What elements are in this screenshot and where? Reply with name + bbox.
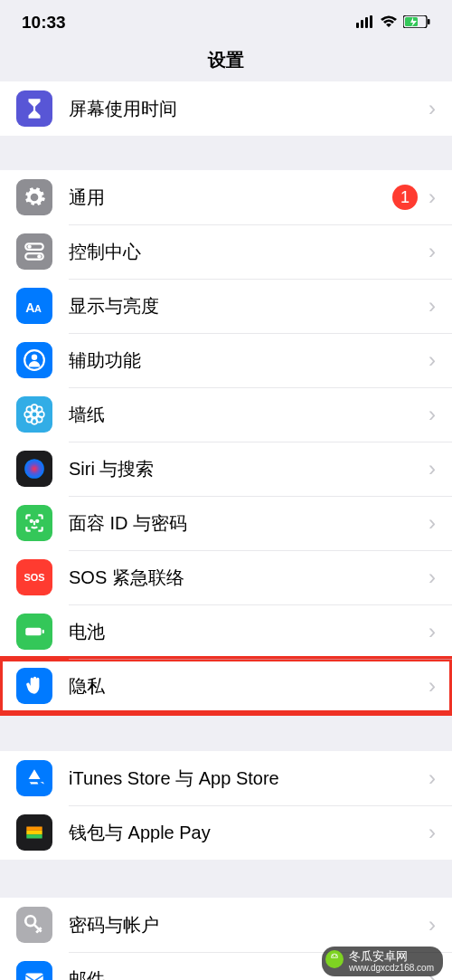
sos-icon: SOS	[16, 559, 52, 595]
row-control-center[interactable]: 控制中心›	[0, 224, 452, 279]
notification-badge: 1	[392, 185, 418, 210]
row-label: 密码与帐户	[69, 913, 428, 937]
battery-icon	[403, 13, 430, 33]
svg-rect-2	[365, 17, 368, 28]
row-wallet[interactable]: 钱包与 Apple Pay›	[0, 805, 452, 860]
row-label: 面容 ID 与密码	[69, 511, 428, 536]
svg-text:SOS: SOS	[24, 572, 45, 583]
row-label: 钱包与 Apple Pay	[69, 821, 428, 845]
svg-point-15	[32, 412, 38, 418]
watermark: 冬瓜安卓网 www.dgxcdz168.com	[322, 947, 443, 976]
svg-rect-0	[356, 23, 359, 28]
chevron-right-icon: ›	[428, 458, 436, 480]
aa-icon: AA	[16, 288, 52, 324]
signal-icon	[356, 13, 374, 33]
svg-rect-6	[428, 19, 430, 24]
chevron-right-icon: ›	[428, 767, 436, 789]
row-sos[interactable]: SOSSOS 紧急联络›	[0, 550, 452, 604]
battery-icon	[16, 614, 52, 650]
row-display[interactable]: AA显示与亮度›	[0, 279, 452, 333]
siri-icon	[16, 451, 52, 487]
chevron-right-icon: ›	[428, 566, 436, 588]
watermark-url: www.dgxcdz168.com	[349, 963, 434, 973]
svg-rect-33	[26, 834, 42, 838]
appstore-icon	[16, 760, 52, 796]
row-accessibility[interactable]: 辅助功能›	[0, 333, 452, 387]
chevron-right-icon: ›	[428, 349, 436, 371]
row-label: 通用	[69, 186, 392, 210]
row-privacy[interactable]: 隐私›	[0, 659, 452, 713]
svg-rect-32	[26, 831, 42, 834]
switches-icon	[16, 233, 52, 270]
svg-rect-3	[370, 15, 372, 28]
hand-icon	[16, 668, 52, 704]
row-faceid[interactable]: 面容 ID 与密码›	[0, 496, 452, 550]
svg-rect-28	[25, 628, 41, 636]
row-label: 隐私	[69, 674, 428, 699]
wifi-icon	[380, 13, 398, 33]
status-time: 10:33	[22, 13, 66, 33]
row-passwords[interactable]: 密码与帐户›	[0, 898, 452, 952]
svg-point-10	[37, 254, 41, 258]
row-label: 显示与亮度	[69, 294, 428, 319]
chevron-right-icon: ›	[428, 822, 436, 843]
page-title: 设置	[0, 45, 452, 81]
chevron-right-icon: ›	[428, 241, 436, 262]
chevron-right-icon: ›	[428, 621, 436, 642]
row-label: 电池	[69, 620, 428, 644]
chevron-right-icon: ›	[428, 98, 436, 119]
faceid-icon	[16, 505, 52, 541]
row-general[interactable]: 通用1›	[0, 170, 452, 224]
svg-point-37	[333, 956, 334, 956]
row-label: 墙纸	[69, 403, 428, 427]
android-icon	[325, 950, 344, 968]
person-icon	[16, 342, 52, 378]
row-battery[interactable]: 电池›	[0, 604, 452, 659]
gear-icon	[16, 179, 52, 215]
svg-rect-1	[361, 20, 363, 28]
row-label: Siri 与搜索	[69, 457, 428, 481]
mail-icon	[16, 961, 52, 980]
svg-text:A: A	[25, 300, 34, 315]
chevron-right-icon: ›	[428, 186, 436, 208]
svg-point-24	[24, 459, 44, 479]
row-itunes[interactable]: iTunes Store 与 App Store›	[0, 751, 452, 805]
svg-text:A: A	[34, 303, 42, 314]
key-icon	[16, 907, 52, 943]
chevron-right-icon: ›	[428, 295, 436, 317]
watermark-name: 冬瓜安卓网	[349, 950, 434, 963]
chevron-right-icon: ›	[428, 914, 436, 936]
row-label: 辅助功能	[69, 348, 428, 373]
chevron-right-icon: ›	[428, 404, 436, 425]
chevron-right-icon: ›	[428, 512, 436, 534]
svg-point-38	[335, 956, 336, 956]
row-label: 控制中心	[69, 240, 428, 264]
row-label: iTunes Store 与 App Store	[69, 766, 428, 791]
svg-point-25	[31, 520, 33, 522]
svg-point-8	[27, 244, 31, 248]
row-label: 屏幕使用时间	[69, 97, 428, 121]
status-icons	[356, 13, 430, 33]
hourglass-icon	[16, 90, 52, 127]
svg-point-14	[32, 355, 38, 361]
row-siri[interactable]: Siri 与搜索›	[0, 442, 452, 496]
svg-rect-29	[42, 630, 44, 633]
flower-icon	[16, 396, 52, 433]
row-screen-time[interactable]: 屏幕使用时间›	[0, 81, 452, 136]
svg-point-26	[36, 520, 38, 522]
status-bar: 10:33	[0, 0, 452, 45]
chevron-right-icon: ›	[428, 675, 436, 697]
row-label: SOS 紧急联络	[69, 566, 428, 590]
wallet-icon	[16, 814, 52, 851]
svg-rect-31	[26, 827, 42, 831]
row-wallpaper[interactable]: 墙纸›	[0, 387, 452, 442]
